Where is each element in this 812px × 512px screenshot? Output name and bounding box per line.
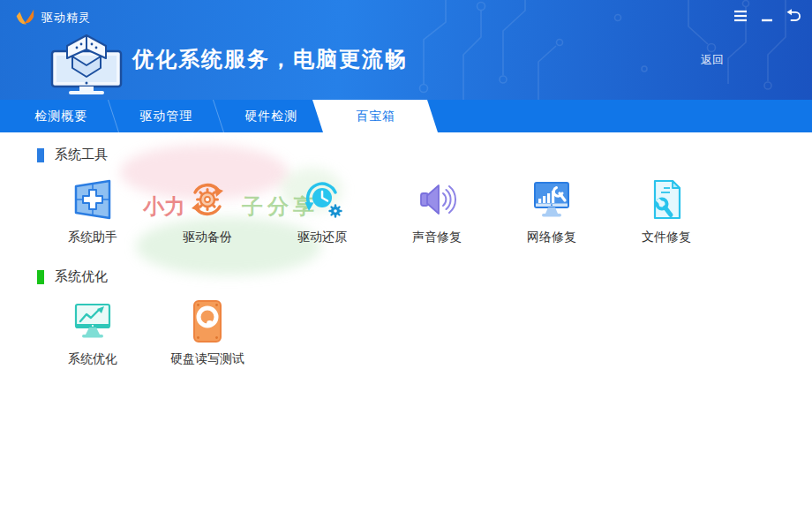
menu-icon[interactable]: [729, 7, 752, 25]
section-marker-green: [37, 270, 44, 284]
tool-sound-repair[interactable]: 声音修复: [380, 175, 494, 245]
section-system-tools: 系统工具: [37, 147, 108, 163]
section-marker-blue: [37, 148, 44, 162]
network-repair-icon: [527, 175, 576, 224]
sound-repair-icon: [412, 175, 462, 224]
window-controls: [729, 7, 805, 25]
tool-driver-backup[interactable]: 驱动备份: [150, 175, 265, 245]
driver-backup-icon: [183, 175, 232, 224]
disk-test-icon: [183, 297, 232, 346]
system-tools-row: 系统助手: [35, 175, 724, 245]
tool-disk-test[interactable]: 硬盘读写测试: [150, 297, 265, 367]
tab-toolbox[interactable]: 百宝箱: [312, 100, 438, 132]
tab-hardware-detection[interactable]: 硬件检测: [214, 100, 328, 132]
tool-network-repair[interactable]: 网络修复: [494, 175, 609, 245]
tool-system-optimize[interactable]: 系统优化: [35, 297, 150, 367]
driver-genius-logo-icon: [12, 6, 35, 29]
tool-label: 系统助手: [68, 230, 117, 245]
tab-detection-summary[interactable]: 检测概要: [4, 100, 119, 132]
back-link[interactable]: 返回: [701, 52, 724, 68]
toolbox-monitor-icon: [49, 27, 124, 96]
tool-label: 驱动还原: [297, 230, 347, 245]
toolbox-content: 小力子分享 系统工具 系统助手: [0, 132, 812, 512]
banner-headline: 优化系统服务，电脑更流畅: [132, 45, 408, 73]
system-assistant-icon: [68, 175, 117, 224]
back-return-icon[interactable]: [782, 7, 805, 25]
tool-label: 系统优化: [68, 351, 117, 367]
tool-system-assistant[interactable]: 系统助手: [35, 175, 150, 245]
tab-bar: 检测概要 驱动管理 硬件检测 百宝箱: [0, 100, 812, 132]
tool-label: 驱动备份: [183, 230, 232, 245]
tab-driver-management[interactable]: 驱动管理: [109, 100, 224, 132]
app-window: 驱动精灵 优化系统服务，电脑更流畅 返回: [0, 0, 812, 512]
app-title: 驱动精灵: [41, 10, 91, 26]
driver-restore-icon: [297, 175, 347, 224]
file-repair-icon: [642, 175, 691, 224]
tool-label: 硬盘读写测试: [170, 351, 244, 367]
system-optimization-row: 系统优化 硬盘读写测试: [35, 297, 265, 367]
tool-driver-restore[interactable]: 驱动还原: [265, 175, 380, 245]
system-optimize-icon: [68, 297, 117, 346]
minimize-icon[interactable]: [756, 7, 778, 25]
tool-label: 声音修复: [412, 230, 462, 245]
section-system-optimization: 系统优化: [37, 268, 108, 285]
tool-label: 网络修复: [527, 230, 576, 245]
header-banner: 驱动精灵 优化系统服务，电脑更流畅 返回: [0, 0, 812, 100]
tool-file-repair[interactable]: 文件修复: [609, 175, 724, 245]
app-logo: 驱动精灵: [12, 6, 91, 29]
tool-label: 文件修复: [642, 230, 691, 245]
